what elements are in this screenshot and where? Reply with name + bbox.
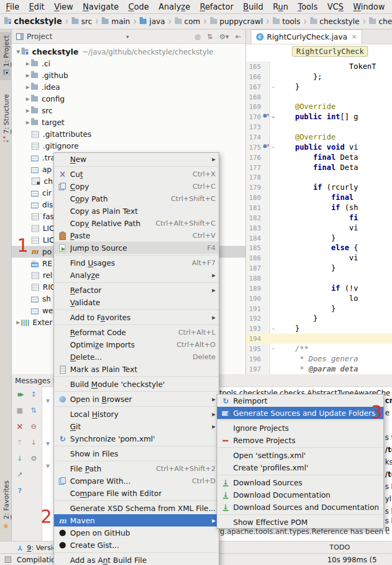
settings-icon[interactable]: ⚙ [29,454,39,463]
breadcrumb-item-checks[interactable]: checks [369,17,392,26]
next-message-icon[interactable]: ↓ [15,454,25,463]
menu-edit[interactable]: Edit [24,2,49,12]
menu-item-analyze[interactable]: Analyze▶ [54,269,219,281]
menu-item-download-documentation[interactable]: ↓Download Documentation [217,489,383,501]
menu-run[interactable]: Run [268,2,293,12]
fold-marker-icon[interactable]: ▴ [270,84,277,89]
fold-marker-icon[interactable]: ▾ [270,145,277,150]
menu-item-show-in-files[interactable]: Show in Files [54,447,219,460]
menu-item-build-module-checkstyle[interactable]: Build Module 'checkstyle' [54,378,219,390]
menu-item-add-as-ant-build-file[interactable]: Add as Ant Build File [54,554,219,565]
chevron-down-icon[interactable]: ▾ [126,34,129,40]
menu-item-jump-to-source[interactable]: Jump to SourceF4 [54,242,219,254]
tree-expanded-arrow[interactable]: ▼ [46,463,50,469]
tree-item-src[interactable]: ▶src [12,105,245,117]
menu-code[interactable]: Code [124,2,153,12]
menu-item-cut[interactable]: CutCtrl+X [54,168,219,180]
menu-item-remove-projects[interactable]: Remove Projects [217,434,383,446]
tree-collapsed-arrow[interactable]: ▶ [15,320,21,325]
stop-icon[interactable]: ■ [15,406,25,415]
sidebar-item-project[interactable]: 1: Project [0,32,12,80]
menu-tools[interactable]: Tools [293,2,322,12]
menu-item-mark-as-plain-text[interactable]: Mark as Plain Text [54,363,219,375]
menu-item-download-sources-and-documentation[interactable]: ↓Download Sources and Documentation [217,501,383,513]
menu-item-compare-with[interactable]: Compare With...Ctrl+D [54,475,219,487]
breadcrumb-item-java[interactable]: java [140,17,165,26]
tree-item-checkstyle[interactable]: ▼checkstyle~/java/github/checkstyle/chec… [12,46,245,58]
breadcrumb-item-checkstyle[interactable]: checkstyle [310,17,360,26]
menu-item-find-usages[interactable]: Find UsagesAlt+F7 [54,257,219,269]
tree-collapsed-arrow[interactable]: ▶ [25,73,31,78]
tree-item-target[interactable]: ▶target [12,117,245,128]
menu-item-synchronize-pom-xml[interactable]: ↻Synchronize 'pom.xml' [54,432,219,445]
breadcrumb-item-com[interactable]: com [175,17,201,26]
tree-collapsed-arrow[interactable]: ▶ [25,61,31,66]
menu-item-local-history[interactable]: Local History▶ [54,408,219,420]
menu-item-generate-sources-and-update-folders[interactable]: Generate Sources and Update Folders [217,407,383,419]
menu-item-copy-as-plain-text[interactable]: Copy as Plain Text [54,205,219,217]
menu-item-open-settings-xml[interactable]: Open 'settings.xml' [217,449,383,461]
expand-all-icon[interactable]: ↕ [29,390,39,399]
menu-item-delete[interactable]: Delete...Delete [54,351,219,363]
menu-item-create-profiles-xml[interactable]: Create 'profiles.xml' [217,461,383,474]
menu-refactor[interactable]: Refactor [195,2,239,12]
menu-item-copy[interactable]: CopyCtrl+C [54,180,219,192]
fold-marker-icon[interactable]: ▴ [270,326,277,331]
menu-item-file-path[interactable]: File PathCtrl+Alt+Shift+2 [54,462,219,475]
menu-item-new[interactable]: New▶ [54,153,219,165]
menu-item-open-on-github[interactable]: Open on GitHub [54,527,219,539]
tree-expanded-arrow[interactable]: ▼ [15,49,21,55]
tree-collapsed-arrow[interactable]: ▶ [25,96,31,102]
tree-expanded-arrow[interactable]: ▼ [46,441,50,446]
menu-item-add-to-favorites[interactable]: Add to Favorites▶ [54,311,219,323]
tree-collapsed-arrow[interactable]: ▶ [25,108,31,113]
sidebar-item-version-control[interactable]: Y 9: Versio [18,543,57,552]
collapse-all-icon[interactable]: ⇅ [29,406,39,415]
tree-item-github[interactable]: ▶.github [12,69,245,81]
menu-build[interactable]: Build [239,2,268,12]
breadcrumb-item-checkstyle[interactable]: checkstyle [4,17,62,26]
menu-item-optimize-imports[interactable]: Optimize ImportsCtrl+Alt+O [54,338,219,351]
menu-window[interactable]: Window [348,2,389,12]
menu-analyze[interactable]: Analyze [154,2,195,12]
fold-marker-icon[interactable]: + [270,114,277,120]
breadcrumb-item-main[interactable]: main [102,17,130,26]
menu-navigate[interactable]: Navigate [78,2,124,12]
suspend-icon[interactable]: ⊖ [29,422,39,431]
breadcrumb-item-puppycrawl[interactable]: puppycrawl [210,17,263,26]
menu-item-maven[interactable]: mMaven▶ [54,514,219,527]
menu-item-show-effective-pom[interactable]: Show Effective POM [217,516,383,528]
close-icon[interactable]: ✕ [351,33,357,41]
tab-rightcurlycheck[interactable]: c RightCurlyCheck.java ✕ [251,29,362,44]
breadcrumb-item-src[interactable]: src [72,17,92,26]
menu-view[interactable]: View [49,2,78,12]
menu-item-download-sources[interactable]: ↓Download Sources [217,476,383,489]
sidebar-item-structure[interactable]: 7: Structure [0,91,12,156]
menu-item-reformat-code[interactable]: Reformat CodeCtrl+Alt+L [54,326,219,338]
menu-item-git[interactable]: Git▶ [54,420,219,432]
rerun-build-icon[interactable]: ▶▶ [15,390,25,399]
menu-item-refactor[interactable]: Refactor▶ [54,284,219,296]
tree-item-gitignore[interactable]: .gitignore [12,140,245,152]
locate-icon[interactable]: ◎ [195,33,201,41]
menu-item-validate[interactable]: Validate [54,296,219,308]
help-icon[interactable]: ? [15,486,25,496]
menu-item-copy-relative-path[interactable]: Copy Relative PathCtrl+Alt+Shift+C [54,217,219,229]
tree-collapsed-arrow[interactable]: ▶ [25,120,31,125]
menu-item-compare-file-with-editor[interactable]: Compare File with Editor [54,487,219,499]
editor-area[interactable]: c RightCurlyCheck.java ✕ RightCurlyCheck… [246,29,392,374]
collapse-all-icon[interactable]: ⇅ [207,33,213,41]
hide-panel-icon[interactable]: ⇤ [235,33,241,41]
menu-vcs[interactable]: VCS [322,2,348,12]
import-icon[interactable]: ↓ [29,438,39,447]
menu-file[interactable]: File [1,2,24,12]
fold-marker-icon[interactable]: ▾ [270,346,277,351]
tree-collapsed-arrow[interactable]: ▶ [25,84,31,90]
menu-item-copy-path[interactable]: Copy PathCtrl+Shift+C [54,192,219,205]
close-icon[interactable]: × [15,422,25,431]
export-icon[interactable]: ↗ [15,470,25,479]
tree-item-idea[interactable]: ▶.idea [12,81,245,93]
code-area[interactable]: 165 TokenT166 };167▴ }168169 @Override17… [246,61,392,374]
menu-item-open-in-browser[interactable]: Open in Browser▶ [54,393,219,405]
breadcrumb-item-tools[interactable]: tools [273,17,301,26]
